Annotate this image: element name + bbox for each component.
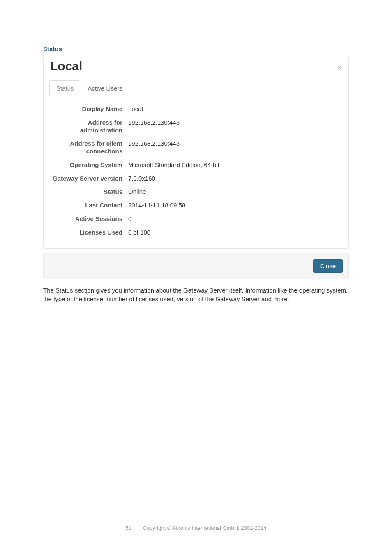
row-licenses-used: Licenses Used 0 of 100 bbox=[49, 227, 343, 238]
row-address-client: Address for client connections 192.168.2… bbox=[49, 138, 343, 157]
value: Online bbox=[126, 186, 146, 197]
value: Local bbox=[126, 104, 143, 115]
row-active-sessions: Active Sessions 0 bbox=[49, 214, 343, 225]
close-button[interactable]: Close bbox=[313, 259, 343, 273]
value: 2014-11-11 18:09:58 bbox=[126, 200, 185, 211]
label: Status bbox=[49, 186, 126, 197]
tab-status[interactable]: Status bbox=[49, 80, 81, 96]
page-number: 51 bbox=[126, 525, 131, 531]
status-list: Display Name Local Address for administr… bbox=[44, 104, 348, 248]
page-footer: 51 Copyright © Acronis International Gmb… bbox=[0, 525, 392, 531]
value: 0 of 100 bbox=[126, 227, 150, 238]
row-display-name: Display Name Local bbox=[49, 104, 343, 115]
label: Active Sessions bbox=[49, 214, 126, 225]
label: Gateway Server version bbox=[49, 173, 126, 184]
label: Address for administration bbox=[49, 117, 126, 136]
label: Display Name bbox=[49, 104, 126, 115]
copyright: Copyright © Acronis International GmbH, … bbox=[143, 525, 267, 531]
row-last-contact: Last Contact 2014-11-11 18:09:58 bbox=[49, 200, 343, 211]
row-address-admin: Address for administration 192.168.2.130… bbox=[49, 117, 343, 136]
status-dialog: Local × Status Active Users Display Name… bbox=[43, 56, 349, 249]
value: Microsoft Standard Edition, 64-bit bbox=[126, 160, 219, 171]
row-gateway-version: Gateway Server version 7.0.0x160 bbox=[49, 173, 343, 184]
close-icon[interactable]: × bbox=[337, 63, 342, 72]
value: 0 bbox=[126, 214, 131, 225]
section-heading: Status bbox=[43, 45, 349, 52]
tab-strip: Status Active Users bbox=[44, 75, 348, 96]
label: Last Contact bbox=[49, 200, 126, 211]
dialog-header: Local × bbox=[44, 56, 348, 75]
row-operating-system: Operating System Microsoft Standard Edit… bbox=[49, 160, 343, 171]
label: Operating System bbox=[49, 160, 126, 171]
value: 192.168.2.130:443 bbox=[126, 138, 180, 149]
label: Address for client connections bbox=[49, 138, 126, 157]
value: 192.168.2.130:443 bbox=[126, 117, 180, 128]
label: Licenses Used bbox=[49, 227, 126, 238]
dialog-footer: Close bbox=[43, 253, 349, 279]
value: 7.0.0x160 bbox=[126, 173, 155, 184]
dialog-title: Local bbox=[50, 59, 342, 73]
body-paragraph: The Status section gives you information… bbox=[43, 286, 349, 303]
tab-active-users[interactable]: Active Users bbox=[81, 80, 129, 96]
row-status: Status Online bbox=[49, 186, 343, 197]
